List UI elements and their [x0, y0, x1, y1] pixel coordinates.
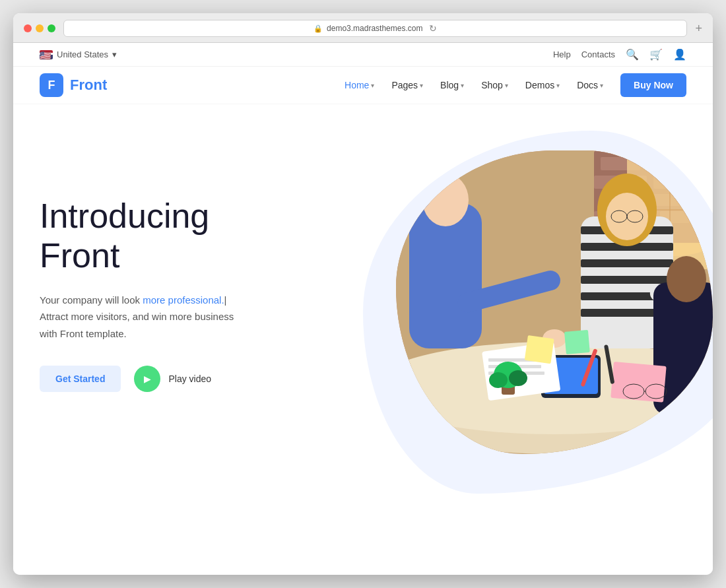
flag-icon: 🇺🇸 [40, 50, 53, 59]
nav-blog-label: Blog [440, 80, 459, 90]
nav-docs-chevron: ▾ [600, 82, 603, 89]
hero-image [396, 150, 713, 454]
hero-desc-before: Your company will look [40, 294, 143, 306]
browser-window: 🔒 demo3.madrasthemes.com ↻ + 🇺🇸 United S… [13, 13, 713, 575]
svg-rect-44 [564, 330, 590, 354]
minimize-button[interactable] [36, 24, 44, 32]
nav-shop-chevron: ▾ [505, 82, 508, 89]
close-button[interactable] [24, 24, 32, 32]
nav-item-blog[interactable]: Blog ▾ [434, 76, 471, 94]
svg-rect-23 [581, 259, 673, 267]
website-content: 🇺🇸 United States ▾ Help Contacts 🔍 🛒 👤 F… [13, 43, 713, 575]
get-started-button[interactable]: Get Started [40, 366, 121, 392]
nav-item-home[interactable]: Home ▾ [338, 76, 381, 94]
search-icon[interactable]: 🔍 [626, 48, 639, 61]
nav-item-shop[interactable]: Shop ▾ [475, 76, 515, 94]
nav-item-docs[interactable]: Docs ▾ [570, 76, 610, 94]
hero-section: Introducing Front Your company will look… [13, 104, 713, 575]
hero-actions: Get Started ▶ Play video [40, 366, 337, 392]
svg-point-17 [422, 174, 469, 226]
user-icon[interactable]: 👤 [673, 48, 686, 61]
cart-icon[interactable]: 🛒 [649, 48, 663, 61]
logo-letter: F [48, 79, 55, 92]
browser-chrome: 🔒 demo3.madrasthemes.com ↻ + [13, 13, 713, 43]
nav-shop-label: Shop [481, 80, 503, 90]
refresh-icon[interactable]: ↻ [429, 23, 437, 34]
play-icon: ▶ [134, 366, 160, 392]
svg-rect-43 [525, 335, 554, 364]
traffic-lights [24, 24, 55, 32]
logo-text: Front [70, 77, 107, 94]
main-nav: F Front Home ▾ Pages ▾ Blog ▾ Shop [13, 67, 713, 104]
hero-title-line2: Front [40, 236, 119, 275]
nav-links: Home ▾ Pages ▾ Blog ▾ Shop ▾ Demos ▾ [338, 73, 686, 97]
play-video-label: Play video [168, 374, 211, 384]
office-photo [396, 150, 713, 454]
hero-desc-after: Attract more visitors, and win more busi… [40, 311, 234, 339]
hero-title-line1: Introducing [40, 197, 209, 235]
top-bar-right: Help Contacts 🔍 🛒 👤 [553, 48, 686, 61]
nav-demos-label: Demos [525, 80, 554, 90]
locale-selector[interactable]: 🇺🇸 United States ▾ [40, 49, 117, 59]
svg-rect-24 [581, 276, 673, 284]
lock-icon: 🔒 [314, 24, 323, 33]
maximize-button[interactable] [48, 24, 55, 32]
hero-desc-pipe: | [224, 294, 227, 306]
nav-docs-label: Docs [577, 80, 598, 90]
svg-point-35 [667, 256, 706, 302]
top-bar: 🇺🇸 United States ▾ Help Contacts 🔍 🛒 👤 [13, 43, 713, 67]
office-svg [396, 150, 713, 454]
nav-demos-chevron: ▾ [556, 82, 560, 89]
svg-rect-38 [610, 362, 666, 403]
hero-description: Your company will look more professional… [40, 292, 251, 343]
nav-item-demos[interactable]: Demos ▾ [519, 76, 566, 94]
url-text: demo3.madrasthemes.com [327, 24, 422, 33]
locale-text: United States [57, 49, 108, 59]
new-tab-button[interactable]: + [695, 22, 702, 36]
hero-visual [356, 124, 713, 494]
hero-desc-highlight: more professional. [143, 294, 224, 306]
hero-content: Introducing Front Your company will look… [40, 144, 337, 392]
locale-chevron: ▾ [112, 49, 117, 59]
contacts-link[interactable]: Contacts [581, 49, 615, 59]
nav-home-label: Home [345, 80, 369, 90]
buy-now-button[interactable]: Buy Now [620, 73, 686, 97]
nav-home-chevron: ▾ [371, 82, 374, 89]
play-video-button[interactable]: ▶ Play video [134, 366, 211, 392]
hero-title: Introducing Front [40, 197, 337, 276]
svg-point-47 [489, 372, 508, 388]
help-link[interactable]: Help [553, 49, 571, 59]
logo-icon: F [40, 73, 63, 97]
logo[interactable]: F Front [40, 73, 107, 97]
nav-item-pages[interactable]: Pages ▾ [385, 76, 430, 94]
svg-point-48 [509, 370, 527, 386]
nav-blog-chevron: ▾ [461, 82, 464, 89]
nav-pages-chevron: ▾ [420, 82, 423, 89]
nav-pages-label: Pages [391, 80, 418, 90]
address-bar[interactable]: 🔒 demo3.madrasthemes.com ↻ [63, 20, 687, 37]
